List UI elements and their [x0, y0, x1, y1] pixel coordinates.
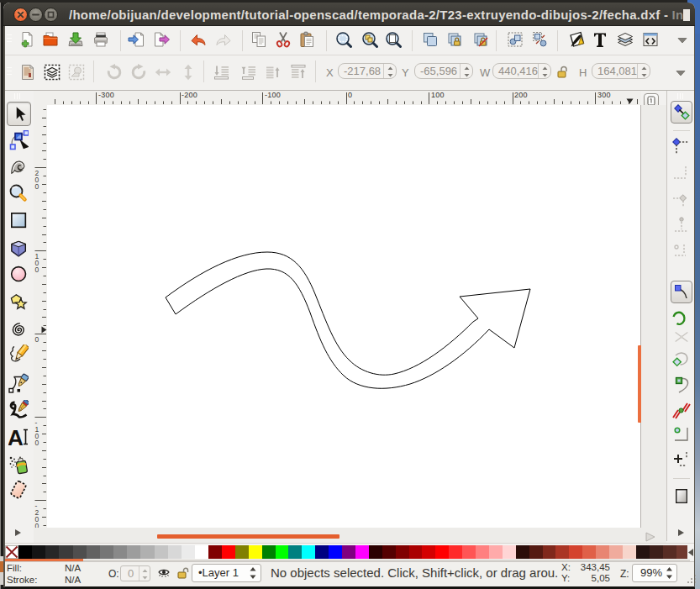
svg-text:A: A: [8, 427, 24, 447]
